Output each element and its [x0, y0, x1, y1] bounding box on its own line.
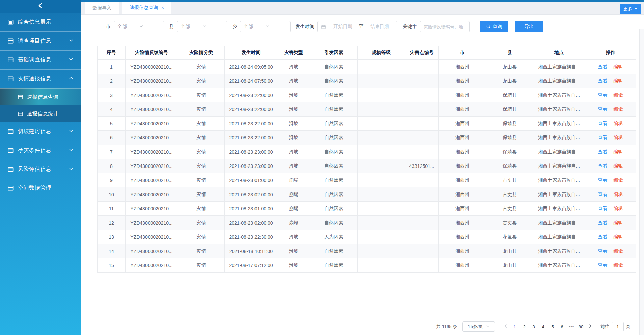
view-link[interactable]: 查看: [598, 177, 608, 183]
table-cell: 灾情: [178, 230, 225, 244]
page-number-button[interactable]: 2: [519, 324, 529, 329]
prev-page-button[interactable]: [501, 324, 510, 329]
table-cell: 湘西州: [439, 145, 486, 159]
actions-cell: 查看编辑: [585, 88, 636, 102]
page-number-button[interactable]: 3: [529, 324, 538, 329]
view-link[interactable]: 查看: [598, 106, 608, 112]
edit-link[interactable]: 编辑: [614, 206, 623, 211]
vertical-scrollbar[interactable]: [639, 29, 644, 335]
view-link[interactable]: 查看: [598, 149, 608, 154]
view-link[interactable]: 查看: [598, 64, 608, 69]
table-cell: 15: [98, 258, 126, 273]
page-number-button[interactable]: 80: [576, 324, 586, 329]
sidebar-item[interactable]: 基础调查信息: [0, 51, 81, 70]
actions-cell: 查看编辑: [585, 102, 636, 117]
table-cell: 崩塌: [277, 216, 310, 230]
city-select[interactable]: 全部: [114, 21, 164, 32]
edit-link[interactable]: 编辑: [614, 78, 623, 83]
edit-link[interactable]: 编辑: [614, 262, 623, 268]
edit-link[interactable]: 编辑: [614, 92, 623, 98]
table-cell: 2: [98, 74, 126, 88]
actions-cell: 查看编辑: [585, 173, 636, 187]
sidebar-collapse-button[interactable]: [0, 0, 81, 13]
search-button[interactable]: 查询: [480, 21, 508, 32]
table-row: 2YZD43000020210...灾情2021-08-24 07:50:00滑…: [98, 74, 636, 88]
table-cell: 滑坡: [277, 60, 310, 74]
view-link[interactable]: 查看: [598, 135, 608, 140]
sidebar-item[interactable]: 灾情速报信息: [0, 70, 81, 88]
sidebar-item-label: 切坡建房信息: [18, 128, 69, 135]
edit-link[interactable]: 编辑: [614, 64, 623, 69]
sidebar-item[interactable]: 调查项目信息: [0, 32, 81, 51]
page-number-button[interactable]: 4: [538, 324, 548, 329]
table-cell: 灾情: [178, 60, 225, 74]
table-cell: [405, 131, 439, 145]
table-cell: 2021-08-23 22:00:00: [225, 117, 277, 131]
view-link[interactable]: 查看: [598, 191, 608, 197]
table-body: 1YZD43000020210...灾情2021-08-24 09:05:00滑…: [98, 60, 636, 273]
table-icon: [7, 57, 14, 63]
table-cell: [405, 145, 439, 159]
view-link[interactable]: 查看: [598, 262, 608, 268]
edit-link[interactable]: 编辑: [614, 191, 623, 197]
tab-data-import[interactable]: 数据导入: [85, 2, 119, 14]
sidebar-item[interactable]: 空间数据管理: [0, 179, 81, 198]
keyword-input[interactable]: [420, 21, 470, 32]
table-cell: 灾情: [178, 244, 225, 258]
table-cell: 保靖县: [486, 159, 533, 173]
table-cell: [405, 230, 439, 244]
sidebar-item[interactable]: 综合信息展示: [0, 13, 81, 32]
town-select[interactable]: 全部: [240, 21, 291, 32]
edit-link[interactable]: 编辑: [614, 220, 623, 225]
sidebar-subitem[interactable]: 速报信息查询: [0, 88, 81, 105]
edit-link[interactable]: 编辑: [614, 234, 623, 239]
next-page-button[interactable]: [586, 324, 594, 329]
page-number-button[interactable]: 5: [548, 324, 557, 329]
edit-link[interactable]: 编辑: [614, 149, 623, 154]
date-range-picker[interactable]: 开始日期 至 结束日期: [317, 21, 397, 32]
goto-page-input[interactable]: [612, 322, 624, 331]
view-link[interactable]: 查看: [598, 163, 608, 169]
view-link[interactable]: 查看: [598, 206, 608, 211]
edit-link[interactable]: 编辑: [614, 121, 623, 126]
sidebar-item[interactable]: 风险评估信息: [0, 160, 81, 179]
dashboard-icon: [7, 19, 14, 25]
sidebar-subitem[interactable]: 速报信息统计: [0, 105, 81, 122]
edit-link[interactable]: 编辑: [614, 177, 623, 183]
page-number-button[interactable]: 6: [557, 324, 567, 329]
table-cell: 龙山县: [486, 258, 533, 273]
export-button[interactable]: 导出: [515, 21, 543, 32]
edit-link[interactable]: 编辑: [614, 106, 623, 112]
sidebar-item[interactable]: 切坡建房信息: [0, 122, 81, 141]
table-cell: 古丈县: [486, 173, 533, 187]
table-row: 10YZD43000020210...灾情2021-08-23 02:00:00…: [98, 187, 636, 202]
table-cell: 2021-08-23 01:00:00: [225, 202, 277, 216]
view-link[interactable]: 查看: [598, 220, 608, 225]
view-link[interactable]: 查看: [598, 234, 608, 239]
tab-report-query[interactable]: 速报信息查询 ×: [122, 2, 171, 14]
table-cell: 湘西土家族苗族自...: [533, 202, 585, 216]
view-link[interactable]: 查看: [598, 92, 608, 98]
table-cell: [405, 88, 439, 102]
view-link[interactable]: 查看: [598, 248, 608, 254]
table-cell: 湘西土家族苗族自...: [533, 230, 585, 244]
more-button[interactable]: 更多: [620, 4, 641, 14]
county-select[interactable]: 全部: [177, 21, 227, 32]
table-cell: 43312501...: [405, 159, 439, 173]
table-icon: [7, 38, 14, 44]
table-cell: YZD43000020210...: [126, 60, 178, 74]
view-link[interactable]: 查看: [598, 78, 608, 83]
view-link[interactable]: 查看: [598, 121, 608, 126]
edit-link[interactable]: 编辑: [614, 248, 623, 254]
table-cell: 灾情: [178, 187, 225, 202]
table-icon: [7, 166, 14, 173]
tab-close-icon[interactable]: ×: [161, 5, 164, 10]
page-number-button[interactable]: 1: [510, 324, 519, 329]
edit-link[interactable]: 编辑: [614, 163, 623, 169]
sidebar-item[interactable]: 孕灾条件信息: [0, 141, 81, 160]
start-date-placeholder[interactable]: 开始日期: [329, 24, 357, 30]
page-size-select[interactable]: 15条/页: [462, 321, 495, 332]
table-cell: 滑坡: [277, 258, 310, 273]
end-date-placeholder[interactable]: 结束日期: [366, 24, 394, 30]
edit-link[interactable]: 编辑: [614, 135, 623, 140]
